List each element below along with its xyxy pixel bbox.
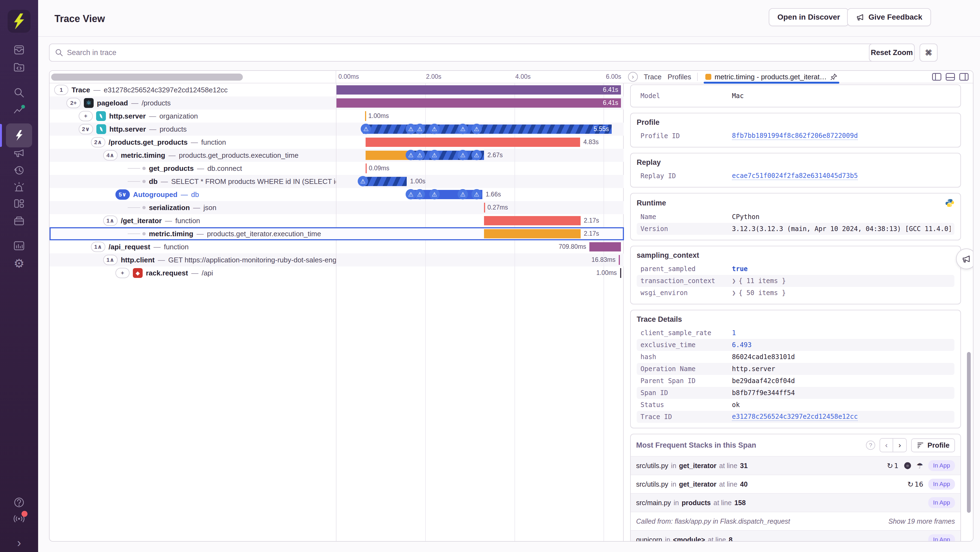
error-badge-icon[interactable]: ⚠ — [429, 150, 440, 160]
error-badge-icon[interactable]: ⚠ — [471, 189, 482, 199]
span-children-chip[interactable]: 1∧ — [103, 255, 118, 265]
stack-frame-row[interactable]: src/utils.pyinget_iteratorat line31↻1☂In… — [631, 456, 960, 475]
error-badge-icon[interactable]: ⚠ — [458, 189, 468, 199]
sidebar-item-stats[interactable] — [0, 237, 38, 254]
error-badge-icon[interactable]: ⚠ — [429, 124, 440, 134]
search-box[interactable] — [49, 44, 906, 62]
layout-bottom-icon[interactable] — [946, 73, 955, 81]
row-value-link[interactable]: e31278c256524c3297e2cd12458e12cc — [732, 413, 858, 421]
error-badge-icon[interactable]: ⚠ — [458, 150, 468, 160]
span-children-chip[interactable]: 4∧ — [103, 150, 118, 161]
span-children-chip[interactable]: 1∧ — [91, 242, 105, 252]
row-value-link[interactable]: ecae7c51f0024f2fa82e6314045d73b5 — [732, 172, 858, 180]
span-tick[interactable] — [620, 268, 621, 278]
span-bar[interactable] — [336, 98, 621, 108]
tab-trace[interactable]: Trace — [644, 73, 662, 81]
sentry-logo[interactable] — [8, 10, 30, 33]
stack-frame-row[interactable]: src/main.pyinproductsat line158In App — [631, 493, 960, 512]
span-children-chip[interactable]: + — [79, 111, 93, 121]
open-in-discover-button[interactable]: Open in Discover — [769, 8, 849, 26]
span-row[interactable]: 2∧/products.get_products—function4.83s — [49, 136, 624, 149]
sidebar-item-alerts[interactable] — [0, 179, 38, 196]
stack-frame-row[interactable]: gunicornin<module>at line8In App — [631, 530, 960, 542]
span-bar[interactable] — [589, 242, 621, 252]
error-badge-icon[interactable]: ⚠ — [415, 150, 425, 160]
error-badge-icon[interactable]: ⚠ — [415, 124, 425, 134]
span-row[interactable]: get_products—db.connect0.09ms — [49, 162, 624, 175]
span-tick[interactable] — [365, 111, 366, 121]
sidebar-item-insights[interactable] — [0, 101, 38, 118]
span-row[interactable]: 1∧/get_iterator—function2.17s — [49, 214, 624, 227]
sidebar-item-expand[interactable]: › — [0, 534, 38, 552]
span-children-chip[interactable]: + — [115, 268, 130, 278]
span-bar[interactable] — [363, 124, 612, 134]
span-row[interactable]: 2∨http.server—products⚠⚠⚠⚠⚠⚠5.55s — [49, 123, 624, 136]
profile-button[interactable]: Profile — [911, 439, 955, 452]
error-badge-icon[interactable]: ⚠ — [361, 124, 371, 134]
layout-right-icon[interactable] — [959, 73, 969, 81]
span-tick[interactable] — [619, 255, 620, 265]
span-children-chip[interactable]: 1∧ — [103, 215, 118, 226]
layout-left-icon[interactable] — [932, 73, 941, 81]
span-tick[interactable] — [484, 203, 485, 212]
sidebar-item-archive[interactable] — [0, 212, 38, 229]
help-icon[interactable]: ? — [866, 440, 875, 450]
stack-frame-row[interactable]: src/utils.pyinget_iteratorat line40↻16In… — [631, 475, 960, 493]
span-bar[interactable] — [336, 85, 621, 94]
error-badge-icon[interactable]: ⚠ — [471, 150, 482, 160]
span-children-chip[interactable]: 5∨ — [115, 189, 130, 200]
span-children-chip[interactable]: 2∨ — [79, 124, 93, 134]
error-badge-icon[interactable]: ⚠ — [458, 124, 468, 134]
error-badge-icon[interactable]: ⚠ — [471, 124, 482, 134]
span-tick[interactable] — [366, 163, 367, 173]
span-row[interactable]: 1∧/api_request—function709.80ms — [49, 240, 624, 254]
span-row[interactable]: 5∨Autogrouped—db⚠⚠⚠⚠⚠1.66s — [49, 188, 624, 201]
span-bar[interactable] — [484, 216, 581, 225]
shortcut-button[interactable]: ⌘ — [920, 44, 937, 62]
span-row[interactable]: 2+⚛pageload—/products6.41s — [49, 96, 624, 110]
tab-active-span[interactable]: metric.timing - products.get_iterat… — [704, 70, 839, 83]
span-children-chip[interactable]: 2+ — [67, 98, 81, 108]
show-more-frames-link[interactable]: Show 19 more frames — [888, 517, 955, 525]
sidebar-item-feedback[interactable] — [0, 144, 38, 161]
sidebar-item-settings[interactable]: ⚙ — [0, 255, 38, 272]
called-from-row[interactable]: Called from: flask/app.py in Flask.dispa… — [631, 512, 960, 530]
span-row[interactable]: serialization—json0.27ms — [49, 201, 624, 214]
codecov-link[interactable]: ☂ — [916, 461, 923, 470]
collapse-panel-icon[interactable]: › — [628, 72, 638, 82]
pin-tab-button[interactable] — [830, 73, 838, 81]
span-row[interactable]: 1Trace—e31278c256524c3297e2cd12458e12cc6… — [49, 83, 624, 96]
span-bar[interactable] — [366, 151, 409, 160]
sidebar-item-releases[interactable] — [0, 161, 38, 179]
prev-stack-button[interactable]: ‹ — [880, 439, 893, 452]
error-badge-icon[interactable]: ⚠ — [429, 189, 440, 199]
span-row[interactable]: +http.server—organization1.00ms — [49, 110, 624, 123]
reset-zoom-button[interactable]: Reset Zoom — [869, 44, 915, 62]
sidebar-item-dashboards[interactable] — [0, 195, 38, 212]
row-value-link[interactable]: 8fb7bb1891994f8c862f206e8722009d — [732, 132, 858, 140]
span-bar[interactable] — [366, 137, 580, 147]
details-scrollbar-thumb[interactable] — [967, 352, 971, 513]
search-input[interactable] — [67, 48, 900, 57]
span-bar[interactable] — [362, 177, 407, 186]
tab-profiles[interactable]: Profiles — [668, 73, 691, 81]
tree-timeline-divider[interactable] — [336, 83, 336, 541]
sidebar-item-search[interactable] — [0, 84, 38, 101]
give-feedback-button[interactable]: Give Feedback — [847, 8, 931, 26]
span-row[interactable]: 4∧metric.timing—products.get_products.ex… — [49, 149, 624, 162]
sidebar-item-help[interactable] — [0, 494, 38, 511]
sidebar-item-performance[interactable] — [0, 127, 38, 144]
span-bar[interactable] — [484, 229, 581, 238]
row-value[interactable]: ❯{ 11 items } — [732, 277, 786, 285]
span-row[interactable]: metric.timing—products.get_iterator.exec… — [49, 227, 624, 240]
sidebar-item-broadcast[interactable] — [0, 510, 38, 528]
row-value[interactable]: ❯{ 50 items } — [732, 289, 786, 297]
span-row[interactable]: +◆rack.request—/api1.00ms — [49, 266, 624, 279]
span-row[interactable]: db—SELECT * FROM products WHERE id IN (S… — [49, 175, 624, 188]
next-stack-button[interactable]: › — [893, 439, 906, 452]
minimap-scrollbar-thumb[interactable] — [51, 73, 243, 81]
span-children-chip[interactable]: 1 — [54, 85, 68, 95]
error-badge-icon[interactable]: ⚠ — [415, 189, 425, 199]
sidebar-item-explore[interactable] — [0, 59, 38, 76]
span-children-chip[interactable]: 2∧ — [91, 137, 105, 147]
